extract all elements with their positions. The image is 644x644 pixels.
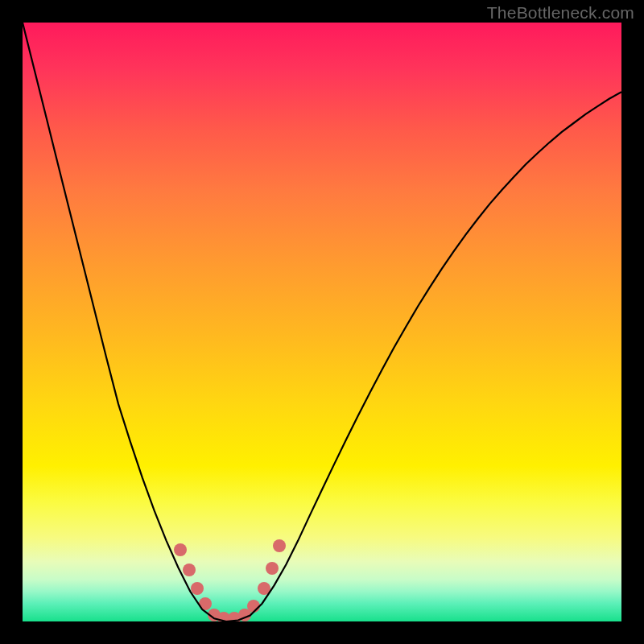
svg-point-0 [174,543,187,556]
svg-point-1 [183,564,196,576]
marker-cluster [174,539,286,621]
svg-point-10 [266,562,279,575]
svg-point-11 [273,539,286,552]
curve-layer [23,23,621,621]
svg-point-8 [247,600,260,613]
watermark-text: TheBottleneck.com [487,3,634,23]
bottleneck-curve [23,23,621,621]
chart-container: TheBottleneck.com [0,0,644,644]
svg-point-2 [191,582,204,595]
plot-area [23,23,621,621]
